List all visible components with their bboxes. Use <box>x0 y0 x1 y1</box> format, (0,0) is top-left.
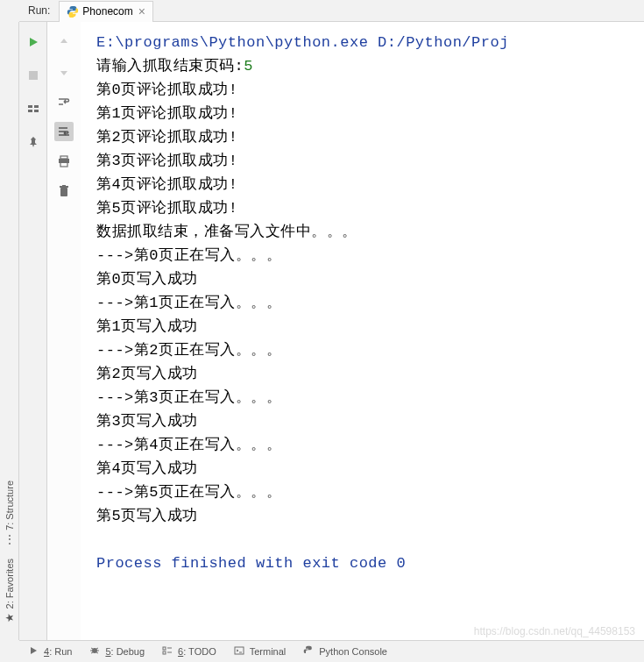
terminal-tab[interactable]: Terminal <box>234 645 287 658</box>
output-line: --->第4页正在写入。。。 <box>96 433 644 457</box>
debug-tab-label: 5: Debug <box>105 646 145 657</box>
file-tab[interactable]: Phonecom × <box>59 1 153 22</box>
run-tab-label: 4: Run <box>44 646 72 657</box>
output-line: 第1页评论抓取成功! <box>96 102 644 125</box>
rerun-button[interactable] <box>24 32 43 52</box>
favorites-tab[interactable]: ★ 2: Favorites <box>2 552 18 631</box>
output-line: 数据抓取结束，准备写入文件中。。。 <box>96 220 644 244</box>
output-line: --->第0页正在写入。。。 <box>96 244 644 267</box>
svg-rect-1 <box>28 105 32 108</box>
svg-rect-18 <box>163 647 166 650</box>
bug-icon <box>89 645 102 658</box>
python-console-tab[interactable]: Python Console <box>303 645 387 658</box>
python-console-icon <box>303 645 315 658</box>
structure-tab-label: 7: Structure <box>4 480 15 530</box>
svg-rect-3 <box>28 110 32 112</box>
output-line: --->第2页正在写入。。。 <box>96 338 644 362</box>
play-icon <box>28 645 40 658</box>
up-arrow-button[interactable] <box>54 32 74 52</box>
svg-rect-10 <box>62 185 66 186</box>
output-line: 第2页写入成功 <box>96 362 644 386</box>
svg-rect-4 <box>34 110 39 112</box>
svg-line-16 <box>91 652 93 653</box>
stop-button[interactable] <box>24 66 43 85</box>
structure-tab[interactable]: ⋮ 7: Structure <box>2 473 18 552</box>
output-line: 第4页评论抓取成功! <box>96 173 644 196</box>
output-line: --->第5页正在写入。。。 <box>96 480 644 504</box>
output-line: 第0页写入成功 <box>96 267 644 291</box>
console-output[interactable]: E:\programs\Python\python.exe D:/Python/… <box>81 22 644 640</box>
output-line: 第3页评论抓取成功! <box>96 149 644 173</box>
output-line: 第5页评论抓取成功! <box>96 196 644 220</box>
debug-tab[interactable]: 5: Debug <box>89 645 145 658</box>
blank-line <box>96 528 644 552</box>
scroll-to-end-button[interactable] <box>54 122 74 141</box>
structure-icon: ⋮ <box>4 533 15 545</box>
output-line: 第0页评论抓取成功! <box>96 78 644 102</box>
star-icon: ★ <box>4 612 16 624</box>
terminal-tab-label: Terminal <box>250 646 287 657</box>
svg-rect-2 <box>34 105 39 108</box>
python-console-tab-label: Python Console <box>319 646 387 657</box>
pin-button[interactable] <box>24 132 43 152</box>
watermark-text: https://blog.csdn.net/qq_44598153 <box>474 625 635 637</box>
run-tab[interactable]: 4: Run <box>28 645 72 658</box>
exit-code-line: Process finished with exit code 0 <box>96 552 644 575</box>
soft-wrap-button[interactable] <box>54 92 74 111</box>
print-button[interactable] <box>54 152 74 171</box>
output-line: 第4页写入成功 <box>96 457 644 480</box>
run-toolbar-primary <box>19 22 47 640</box>
output-line: 第5页写入成功 <box>96 504 644 528</box>
output-line: 第2页评论抓取成功! <box>96 125 644 149</box>
left-sidebar-tabs: ⋮ 7: Structure ★ 2: Favorites <box>0 22 19 640</box>
output-line: --->第3页正在写入。。。 <box>96 386 644 409</box>
todo-icon <box>162 645 174 658</box>
todo-tab-label: 6: TODO <box>178 646 216 657</box>
todo-tab[interactable]: 6: TODO <box>162 645 216 658</box>
svg-line-15 <box>96 648 98 649</box>
layout-button[interactable] <box>24 99 43 118</box>
output-line: 第3页写入成功 <box>96 409 644 433</box>
close-icon[interactable]: × <box>138 4 145 18</box>
svg-rect-0 <box>29 71 38 80</box>
run-toolbar-secondary <box>47 22 81 640</box>
terminal-icon <box>234 645 246 658</box>
trash-button[interactable] <box>54 182 74 201</box>
down-arrow-button[interactable] <box>54 62 74 82</box>
python-icon <box>67 5 79 18</box>
favorites-tab-label: 2: Favorites <box>4 559 15 609</box>
output-line: 第1页写入成功 <box>96 315 644 338</box>
output-line: --->第1页正在写入。。。 <box>96 291 644 315</box>
svg-line-17 <box>96 652 98 653</box>
bottom-toolbar: 4: Run 5: Debug 6: TODO Terminal Python … <box>19 640 644 662</box>
svg-rect-5 <box>60 156 67 159</box>
svg-rect-8 <box>60 188 67 196</box>
command-line: E:\programs\Python\python.exe D:/Python/… <box>96 31 644 54</box>
svg-rect-9 <box>60 186 68 188</box>
svg-line-14 <box>91 648 93 649</box>
top-bar: Run: Phonecom × <box>19 0 644 22</box>
input-prompt-line: 请输入抓取结束页码:5 <box>96 54 644 78</box>
svg-rect-20 <box>163 651 166 654</box>
file-tab-name: Phonecom <box>82 5 132 18</box>
run-label: Run: <box>28 4 50 17</box>
